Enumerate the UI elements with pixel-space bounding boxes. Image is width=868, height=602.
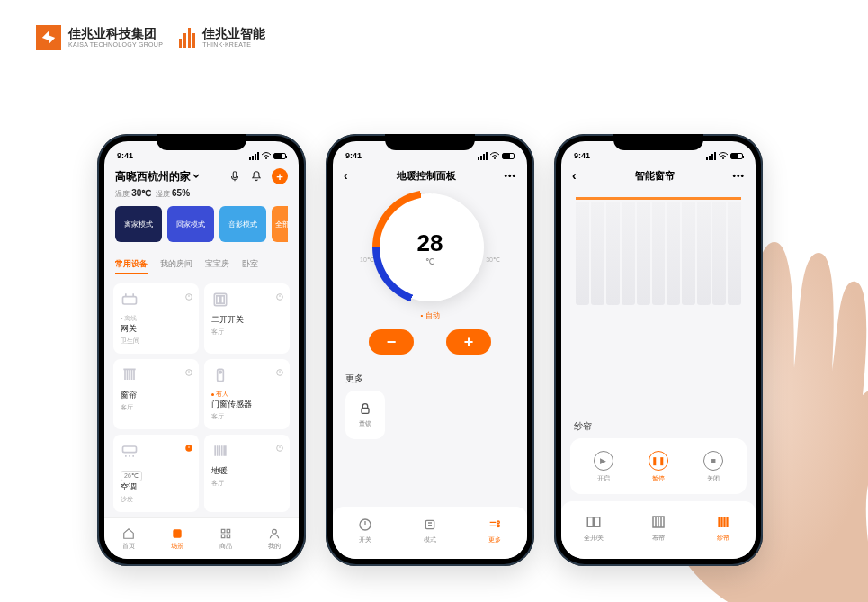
svg-rect-17 bbox=[227, 529, 230, 533]
pause-icon: ❚❚ bbox=[649, 451, 668, 471]
curtain-play-button[interactable]: ▶开启 bbox=[594, 451, 613, 483]
device-name: 窗帘 bbox=[121, 390, 192, 401]
add-button[interactable]: + bbox=[272, 168, 288, 184]
svg-point-0 bbox=[265, 157, 267, 159]
device-room: 客厅 bbox=[211, 479, 282, 488]
device-icon bbox=[121, 291, 139, 309]
tab-2[interactable]: 宝宝房 bbox=[205, 258, 229, 274]
device-room: 客厅 bbox=[211, 412, 282, 421]
more-button[interactable]: ••• bbox=[732, 171, 745, 181]
bottom-power[interactable]: 开关 bbox=[333, 517, 398, 544]
home-selector[interactable]: 高晓西杭州的家 bbox=[115, 169, 200, 184]
power-icon[interactable] bbox=[275, 364, 284, 373]
device-card-1[interactable]: 二开开关客厅 bbox=[204, 283, 290, 354]
mic-icon[interactable] bbox=[228, 170, 241, 183]
svg-rect-29 bbox=[595, 517, 600, 527]
device-icon bbox=[211, 291, 229, 309]
chevron-down-icon bbox=[192, 173, 200, 180]
scene-mode-0[interactable]: 离家模式 bbox=[115, 206, 162, 242]
stop-icon: ■ bbox=[703, 451, 723, 471]
svg-point-26 bbox=[497, 525, 500, 527]
device-room: 沙发 bbox=[121, 495, 192, 504]
curtain-stop-button[interactable]: ■关闭 bbox=[703, 451, 723, 483]
svg-point-27 bbox=[722, 157, 724, 159]
bottom-settings[interactable]: 更多 bbox=[462, 517, 527, 544]
scene-mode-3[interactable]: 全部 bbox=[272, 206, 288, 242]
wifi-icon bbox=[262, 152, 271, 159]
dial-unit: ℃ bbox=[425, 257, 434, 266]
dial-value: 28 bbox=[417, 229, 443, 257]
curtain-graphic bbox=[576, 197, 741, 305]
status-time: 9:41 bbox=[574, 151, 590, 160]
thinkkreate-logo-icon bbox=[179, 28, 195, 48]
device-name: 门窗传感器 bbox=[211, 399, 282, 410]
scene-mode-1[interactable]: 回家模式 bbox=[167, 206, 214, 242]
environment-readout: 温度 30℃ 湿度 65% bbox=[115, 188, 288, 199]
more-button[interactable]: ••• bbox=[504, 171, 516, 181]
svg-point-20 bbox=[273, 529, 277, 534]
svg-rect-6 bbox=[217, 296, 219, 303]
nav-grid[interactable]: 商品 bbox=[201, 518, 250, 559]
device-room: 客厅 bbox=[211, 328, 282, 337]
back-button[interactable]: ‹ bbox=[572, 168, 577, 183]
svg-rect-28 bbox=[587, 517, 593, 527]
tab-0[interactable]: 常用设备 bbox=[115, 258, 148, 274]
device-card-2[interactable]: 窗帘客厅 bbox=[113, 359, 199, 429]
thinkkreate-logo: 佳兆业智能 THINK·KREATE bbox=[179, 27, 265, 48]
signal-icon bbox=[249, 152, 259, 160]
svg-point-25 bbox=[497, 521, 500, 524]
device-card-0[interactable]: • 离线网关卫生间 bbox=[113, 283, 199, 354]
nav-scene[interactable]: 场景 bbox=[153, 518, 201, 559]
power-icon[interactable] bbox=[275, 440, 284, 449]
child-lock-button[interactable]: 童锁 bbox=[345, 391, 385, 439]
kaisa-logo-sub: KAISA TECHNOLOGY GROUP bbox=[68, 41, 163, 49]
svg-point-21 bbox=[494, 157, 496, 159]
kaisa-logo: 佳兆业科技集团 KAISA TECHNOLOGY GROUP bbox=[36, 25, 163, 50]
status-time: 9:41 bbox=[345, 151, 362, 160]
svg-rect-7 bbox=[221, 296, 224, 303]
svg-rect-16 bbox=[221, 529, 225, 533]
curtain-tab-sheer[interactable]: 纱帘 bbox=[691, 514, 756, 543]
bell-icon[interactable] bbox=[250, 170, 263, 183]
thinkkreate-logo-sub: THINK·KREATE bbox=[202, 41, 265, 49]
curtain-pause-button[interactable]: ❚❚暂停 bbox=[649, 451, 668, 483]
power-icon[interactable] bbox=[184, 364, 193, 373]
device-name: 地暖 bbox=[211, 465, 282, 477]
device-card-4[interactable]: 26℃空调沙发 bbox=[113, 435, 199, 512]
device-card-3[interactable]: 有人门窗传感器客厅 bbox=[204, 359, 290, 429]
svg-rect-1 bbox=[233, 172, 237, 178]
signal-icon bbox=[706, 152, 716, 160]
back-button[interactable]: ‹ bbox=[344, 168, 348, 183]
device-tag: 有人 bbox=[211, 390, 282, 399]
power-icon[interactable] bbox=[184, 440, 193, 449]
curtain-tab-full[interactable]: 全开/关 bbox=[561, 514, 626, 543]
svg-rect-19 bbox=[227, 535, 230, 538]
curtain-tab-cloth[interactable]: 布帘 bbox=[626, 514, 691, 543]
svg-rect-15 bbox=[174, 529, 181, 536]
phone-home: 9:41 高晓西杭州的家 + bbox=[97, 134, 306, 566]
phone-heating: 9:41 ‹ 地暖控制面板 ••• 10℃ 20℃ 30℃ bbox=[326, 134, 534, 566]
scene-mode-2[interactable]: 音影模式 bbox=[219, 206, 266, 242]
device-card-5[interactable]: 地暖客厅 bbox=[204, 435, 290, 512]
device-room: 卫生间 bbox=[121, 337, 192, 346]
thinkkreate-logo-text: 佳兆业智能 bbox=[202, 27, 265, 40]
device-icon bbox=[121, 366, 139, 384]
power-icon[interactable] bbox=[184, 289, 193, 298]
tab-1[interactable]: 我的房间 bbox=[160, 258, 192, 274]
tab-3[interactable]: 卧室 bbox=[242, 258, 258, 274]
status-time: 9:41 bbox=[117, 151, 133, 160]
page-title: 智能窗帘 bbox=[635, 169, 675, 183]
temperature-dial[interactable]: 28 ℃ bbox=[376, 193, 484, 301]
device-name: 空调 bbox=[121, 481, 192, 493]
svg-rect-13 bbox=[123, 446, 137, 453]
play-icon: ▶ bbox=[594, 451, 613, 471]
bottom-mode[interactable]: 模式 bbox=[398, 517, 462, 544]
page-title: 地暖控制面板 bbox=[397, 169, 456, 183]
battery-icon bbox=[730, 153, 743, 159]
power-icon[interactable] bbox=[275, 289, 284, 298]
wifi-icon bbox=[719, 152, 728, 159]
svg-rect-3 bbox=[123, 297, 137, 304]
nav-user[interactable]: 我的 bbox=[250, 518, 299, 559]
nav-home[interactable]: 首页 bbox=[104, 518, 153, 559]
device-icon bbox=[211, 442, 229, 460]
